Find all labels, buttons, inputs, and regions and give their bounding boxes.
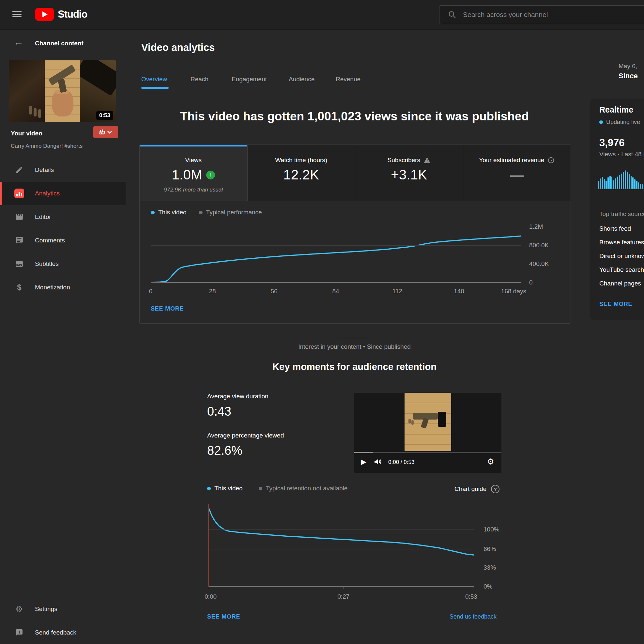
retention-y-tick-label: 100% (483, 526, 499, 533)
play-button-icon[interactable]: ▶ (361, 458, 366, 466)
metric-watch-time[interactable]: Watch time (hours) 12.2K (248, 145, 356, 201)
views-see-more-link[interactable]: SEE MORE (151, 305, 184, 312)
channel-content-label: Channel content (35, 40, 84, 47)
your-video-heading: Your video (11, 130, 42, 137)
tab-reach[interactable]: Reach (191, 76, 208, 83)
views-x-tick-label: 0 (149, 288, 153, 295)
metric-subscribers[interactable]: Subscribers +3.1K (355, 145, 463, 201)
metric-value: +3.1K (391, 167, 427, 183)
hamburger-menu-icon[interactable] (12, 11, 22, 18)
chart-guide-link[interactable]: Chart guide ? (454, 485, 499, 493)
avg-view-duration-value: 0:43 (207, 405, 231, 419)
search-input[interactable] (462, 10, 633, 19)
sidebar-item-analytics[interactable]: Analytics (0, 182, 126, 205)
metric-revenue[interactable]: Your estimated revenue — (463, 145, 571, 201)
views-y-tick-label: 1.2M (529, 223, 543, 230)
realtime-see-more-link[interactable]: SEE MORE (599, 301, 632, 308)
active-tab-underline (141, 87, 169, 89)
date-range-selector[interactable]: May 6, Since (619, 63, 638, 80)
sidebar-item-settings[interactable]: ⚙ Settings (0, 599, 126, 619)
retention-line-chart[interactable] (209, 504, 474, 587)
section-divider (339, 338, 369, 338)
retention-see-more-link[interactable]: SEE MORE (207, 613, 240, 620)
traffic-source-browse: Browse features (599, 239, 644, 246)
youtube-studio-logo[interactable]: Studio (35, 8, 87, 21)
views-line-chart[interactable] (151, 224, 521, 283)
views-x-tick-label: 84 (332, 288, 339, 295)
video-title: Carry Ammo Danger! #shorts (11, 143, 83, 149)
views-axis-line (151, 282, 521, 283)
volume-icon[interactable] (374, 458, 382, 466)
feedback-icon (14, 629, 24, 636)
video-player[interactable]: ▶ 0:00 / 0:53 ⚙ (354, 393, 501, 473)
sidebar-item-subtitles[interactable]: Subtitles (0, 252, 126, 276)
realtime-bar (636, 181, 637, 189)
sidebar-item-editor[interactable]: Editor (0, 205, 126, 229)
views-chart-legend: This video Typical performance (151, 209, 262, 216)
sidebar-item-label: Settings (35, 606, 57, 613)
back-arrow-icon[interactable]: ← (14, 37, 23, 48)
date-range-dates: May 6, (619, 63, 638, 70)
views-gridline (151, 227, 521, 227)
retention-axis-line (209, 586, 474, 587)
realtime-bar (640, 184, 641, 189)
player-video-frame (405, 393, 451, 451)
realtime-bar-chart[interactable] (598, 170, 644, 189)
realtime-bar (606, 181, 606, 189)
retention-y-tick-label: 0% (483, 583, 492, 590)
tab-engagement[interactable]: Engagement (232, 76, 267, 83)
retention-legend-this-video: This video (207, 485, 243, 492)
send-us-feedback-link[interactable]: Send us feedback (405, 613, 497, 620)
player-settings-icon[interactable]: ⚙ (487, 457, 494, 466)
sidebar-item-comments[interactable]: Comments (0, 229, 126, 252)
studio-brand-label: Studio (58, 8, 87, 20)
metric-views[interactable]: Views 1.0M ↑ 972.9K more than usual (140, 145, 248, 201)
realtime-bar (611, 176, 612, 189)
views-headline: This video has gotten 1,001,023 views si… (137, 110, 572, 123)
player-time: 0:00 / 0:53 (388, 459, 414, 466)
thumbnail-left-blur (9, 60, 45, 122)
warning-icon (423, 157, 431, 163)
realtime-axis (598, 189, 644, 189)
retention-x-tick-mark (344, 587, 344, 589)
tubebuddy-logo: tb (99, 128, 105, 136)
avg-percentage-viewed-label: Average percentage viewed (207, 432, 284, 439)
metric-note: 972.9K more than usual (140, 187, 247, 193)
youtube-play-icon (35, 8, 54, 21)
realtime-bar (609, 176, 610, 189)
youtube-studio-app: Studio ← Channel content 0:53 Your video… (0, 0, 644, 644)
realtime-views-value: 3,976 (599, 137, 625, 149)
realtime-title: Realtime (599, 105, 633, 115)
clapperboard-icon (14, 213, 24, 221)
retention-gridline (209, 568, 474, 568)
views-gridline (151, 245, 521, 246)
views-x-tick-label: 168 days (501, 288, 526, 295)
legend-this-video: This video (151, 209, 187, 216)
player-progress-bar[interactable] (354, 452, 501, 453)
realtime-bar (642, 184, 643, 189)
sidebar-item-send-feedback[interactable]: Send feedback (0, 622, 126, 643)
realtime-bar (623, 172, 624, 189)
sidebar-item-label: Comments (35, 237, 65, 244)
traffic-source-channel-pages: Channel pages (599, 280, 641, 287)
retention-x-tick-label: 0:27 (337, 593, 349, 600)
tab-overview[interactable]: Overview (141, 76, 167, 83)
retention-y-tick-label: 33% (483, 564, 496, 571)
channel-search[interactable] (439, 5, 644, 24)
tubebuddy-badge[interactable]: tb (93, 126, 118, 138)
realtime-bar (607, 177, 608, 189)
tab-revenue[interactable]: Revenue (336, 76, 360, 83)
metric-label: Your estimated revenue (479, 157, 544, 164)
live-dot-icon (599, 120, 603, 124)
realtime-bar (602, 177, 603, 189)
retention-gridline (209, 529, 474, 530)
video-thumbnail[interactable]: 0:53 (9, 60, 116, 122)
chevron-down-icon (107, 130, 112, 134)
sidebar-item-details[interactable]: Details (0, 158, 126, 182)
views-y-tick-label: 0 (529, 279, 533, 286)
clock-icon (547, 157, 555, 164)
sidebar-item-label: Analytics (35, 190, 60, 197)
top-bar: Studio (0, 0, 644, 30)
sidebar-item-monetization[interactable]: $ Monetization (0, 276, 126, 299)
tab-audience[interactable]: Audience (289, 76, 314, 83)
